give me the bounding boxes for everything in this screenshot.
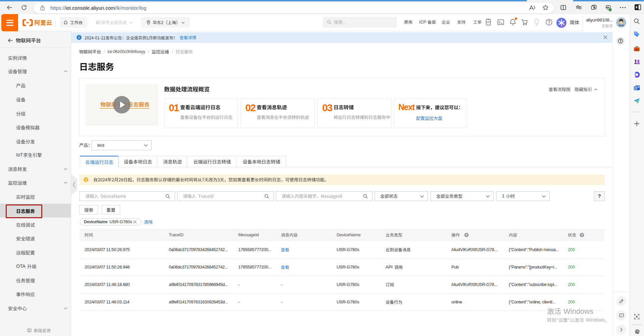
svg-text:API: API bbox=[486, 21, 490, 24]
svg-text:?: ? bbox=[581, 233, 583, 237]
svg-text:?: ? bbox=[465, 233, 467, 237]
